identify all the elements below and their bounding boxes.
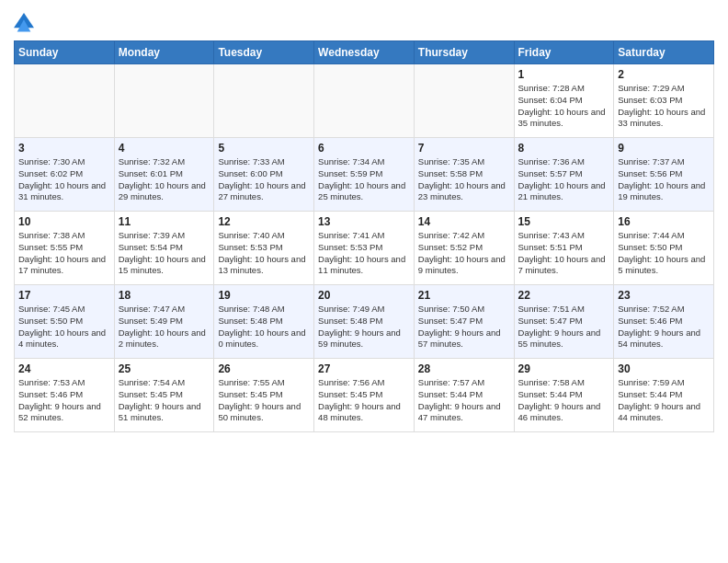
day-number: 12 bbox=[218, 215, 310, 228]
calendar-header-cell: Friday bbox=[514, 41, 614, 64]
calendar-day-cell: 23Sunrise: 7:52 AM Sunset: 5:46 PM Dayli… bbox=[614, 285, 714, 359]
calendar-day-cell: 15Sunrise: 7:43 AM Sunset: 5:51 PM Dayli… bbox=[514, 212, 614, 285]
day-info: Sunrise: 7:29 AM Sunset: 6:03 PM Dayligh… bbox=[618, 83, 705, 128]
calendar-day-cell: 27Sunrise: 7:56 AM Sunset: 5:45 PM Dayli… bbox=[314, 359, 415, 432]
day-number: 3 bbox=[18, 142, 110, 155]
calendar-day-cell: 7Sunrise: 7:35 AM Sunset: 5:58 PM Daylig… bbox=[414, 138, 514, 212]
day-number: 24 bbox=[18, 362, 110, 375]
day-number: 30 bbox=[618, 362, 710, 375]
day-number: 22 bbox=[518, 289, 610, 302]
day-info: Sunrise: 7:56 AM Sunset: 5:45 PM Dayligh… bbox=[318, 377, 401, 422]
day-number: 10 bbox=[18, 215, 110, 228]
calendar-week-row: 24Sunrise: 7:53 AM Sunset: 5:46 PM Dayli… bbox=[15, 359, 714, 432]
calendar-day-cell: 10Sunrise: 7:38 AM Sunset: 5:55 PM Dayli… bbox=[15, 212, 115, 285]
day-info: Sunrise: 7:35 AM Sunset: 5:58 PM Dayligh… bbox=[418, 156, 506, 201]
calendar-day-cell: 4Sunrise: 7:32 AM Sunset: 6:01 PM Daylig… bbox=[114, 138, 214, 212]
calendar-day-cell: 19Sunrise: 7:48 AM Sunset: 5:48 PM Dayli… bbox=[214, 285, 314, 359]
day-info: Sunrise: 7:42 AM Sunset: 5:52 PM Dayligh… bbox=[418, 230, 506, 275]
day-number: 9 bbox=[618, 142, 710, 155]
day-info: Sunrise: 7:48 AM Sunset: 5:48 PM Dayligh… bbox=[218, 304, 305, 349]
logo-icon bbox=[14, 13, 34, 33]
day-number: 6 bbox=[318, 142, 410, 155]
day-info: Sunrise: 7:43 AM Sunset: 5:51 PM Dayligh… bbox=[518, 230, 606, 275]
calendar-week-row: 10Sunrise: 7:38 AM Sunset: 5:55 PM Dayli… bbox=[15, 212, 714, 285]
day-number: 13 bbox=[318, 215, 410, 228]
day-info: Sunrise: 7:33 AM Sunset: 6:00 PM Dayligh… bbox=[218, 156, 305, 201]
day-number: 21 bbox=[418, 289, 510, 302]
day-number: 8 bbox=[518, 142, 610, 155]
day-info: Sunrise: 7:52 AM Sunset: 5:46 PM Dayligh… bbox=[618, 304, 700, 349]
calendar-day-cell: 1Sunrise: 7:28 AM Sunset: 6:04 PM Daylig… bbox=[514, 64, 614, 138]
calendar-header-cell: Sunday bbox=[15, 41, 115, 64]
calendar-body: 1Sunrise: 7:28 AM Sunset: 6:04 PM Daylig… bbox=[15, 64, 714, 432]
day-number: 7 bbox=[418, 142, 510, 155]
day-number: 23 bbox=[618, 289, 710, 302]
calendar-day-cell: 9Sunrise: 7:37 AM Sunset: 5:56 PM Daylig… bbox=[614, 138, 714, 212]
day-info: Sunrise: 7:58 AM Sunset: 5:44 PM Dayligh… bbox=[518, 377, 601, 422]
calendar-day-cell: 29Sunrise: 7:58 AM Sunset: 5:44 PM Dayli… bbox=[514, 359, 614, 432]
calendar-header-cell: Thursday bbox=[414, 41, 514, 64]
calendar-week-row: 1Sunrise: 7:28 AM Sunset: 6:04 PM Daylig… bbox=[15, 64, 714, 138]
calendar-header: SundayMondayTuesdayWednesdayThursdayFrid… bbox=[15, 41, 714, 64]
calendar-week-row: 3Sunrise: 7:30 AM Sunset: 6:02 PM Daylig… bbox=[15, 138, 714, 212]
calendar-day-cell bbox=[15, 64, 115, 138]
calendar-day-cell: 13Sunrise: 7:41 AM Sunset: 5:53 PM Dayli… bbox=[314, 212, 415, 285]
day-info: Sunrise: 7:50 AM Sunset: 5:47 PM Dayligh… bbox=[418, 304, 501, 349]
day-info: Sunrise: 7:57 AM Sunset: 5:44 PM Dayligh… bbox=[418, 377, 501, 422]
day-info: Sunrise: 7:59 AM Sunset: 5:44 PM Dayligh… bbox=[618, 377, 700, 422]
calendar-day-cell: 3Sunrise: 7:30 AM Sunset: 6:02 PM Daylig… bbox=[15, 138, 115, 212]
calendar-day-cell: 8Sunrise: 7:36 AM Sunset: 5:57 PM Daylig… bbox=[514, 138, 614, 212]
day-number: 19 bbox=[218, 289, 310, 302]
calendar-day-cell: 21Sunrise: 7:50 AM Sunset: 5:47 PM Dayli… bbox=[414, 285, 514, 359]
day-number: 14 bbox=[418, 215, 510, 228]
calendar-day-cell: 16Sunrise: 7:44 AM Sunset: 5:50 PM Dayli… bbox=[614, 212, 714, 285]
calendar-header-cell: Wednesday bbox=[314, 41, 415, 64]
day-info: Sunrise: 7:51 AM Sunset: 5:47 PM Dayligh… bbox=[518, 304, 601, 349]
day-info: Sunrise: 7:54 AM Sunset: 5:45 PM Dayligh… bbox=[119, 377, 201, 422]
day-number: 1 bbox=[518, 68, 610, 81]
day-number: 17 bbox=[18, 289, 110, 302]
day-number: 26 bbox=[218, 362, 310, 375]
day-info: Sunrise: 7:49 AM Sunset: 5:48 PM Dayligh… bbox=[318, 304, 401, 349]
calendar-table: SundayMondayTuesdayWednesdayThursdayFrid… bbox=[14, 40, 714, 432]
calendar-day-cell: 12Sunrise: 7:40 AM Sunset: 5:53 PM Dayli… bbox=[214, 212, 314, 285]
calendar-header-cell: Monday bbox=[114, 41, 214, 64]
calendar-day-cell: 26Sunrise: 7:55 AM Sunset: 5:45 PM Dayli… bbox=[214, 359, 314, 432]
calendar-day-cell: 30Sunrise: 7:59 AM Sunset: 5:44 PM Dayli… bbox=[614, 359, 714, 432]
day-info: Sunrise: 7:40 AM Sunset: 5:53 PM Dayligh… bbox=[218, 230, 305, 275]
day-number: 29 bbox=[518, 362, 610, 375]
day-number: 4 bbox=[119, 142, 210, 155]
day-info: Sunrise: 7:39 AM Sunset: 5:54 PM Dayligh… bbox=[119, 230, 206, 275]
day-info: Sunrise: 7:36 AM Sunset: 5:57 PM Dayligh… bbox=[518, 156, 606, 201]
logo bbox=[14, 13, 37, 33]
calendar-header-cell: Saturday bbox=[614, 41, 714, 64]
day-info: Sunrise: 7:45 AM Sunset: 5:50 PM Dayligh… bbox=[18, 304, 106, 349]
day-number: 20 bbox=[318, 289, 410, 302]
day-number: 16 bbox=[618, 215, 710, 228]
calendar-day-cell: 2Sunrise: 7:29 AM Sunset: 6:03 PM Daylig… bbox=[614, 64, 714, 138]
calendar-day-cell: 24Sunrise: 7:53 AM Sunset: 5:46 PM Dayli… bbox=[15, 359, 115, 432]
calendar-day-cell bbox=[214, 64, 314, 138]
day-info: Sunrise: 7:28 AM Sunset: 6:04 PM Dayligh… bbox=[518, 83, 606, 128]
day-info: Sunrise: 7:55 AM Sunset: 5:45 PM Dayligh… bbox=[218, 377, 301, 422]
day-number: 25 bbox=[119, 362, 210, 375]
day-number: 11 bbox=[119, 215, 210, 228]
calendar-day-cell bbox=[314, 64, 415, 138]
day-number: 2 bbox=[618, 68, 710, 81]
header bbox=[14, 9, 714, 33]
calendar-day-cell: 11Sunrise: 7:39 AM Sunset: 5:54 PM Dayli… bbox=[114, 212, 214, 285]
day-info: Sunrise: 7:38 AM Sunset: 5:55 PM Dayligh… bbox=[18, 230, 106, 275]
calendar-day-cell bbox=[114, 64, 214, 138]
day-number: 28 bbox=[418, 362, 510, 375]
day-info: Sunrise: 7:47 AM Sunset: 5:49 PM Dayligh… bbox=[119, 304, 206, 349]
calendar-day-cell bbox=[414, 64, 514, 138]
page: SundayMondayTuesdayWednesdayThursdayFrid… bbox=[0, 0, 728, 446]
calendar-day-cell: 22Sunrise: 7:51 AM Sunset: 5:47 PM Dayli… bbox=[514, 285, 614, 359]
day-number: 15 bbox=[518, 215, 610, 228]
calendar-day-cell: 17Sunrise: 7:45 AM Sunset: 5:50 PM Dayli… bbox=[15, 285, 115, 359]
day-info: Sunrise: 7:37 AM Sunset: 5:56 PM Dayligh… bbox=[618, 156, 705, 201]
calendar-day-cell: 20Sunrise: 7:49 AM Sunset: 5:48 PM Dayli… bbox=[314, 285, 415, 359]
calendar-header-cell: Tuesday bbox=[214, 41, 314, 64]
day-info: Sunrise: 7:30 AM Sunset: 6:02 PM Dayligh… bbox=[18, 156, 106, 201]
calendar-day-cell: 6Sunrise: 7:34 AM Sunset: 5:59 PM Daylig… bbox=[314, 138, 415, 212]
